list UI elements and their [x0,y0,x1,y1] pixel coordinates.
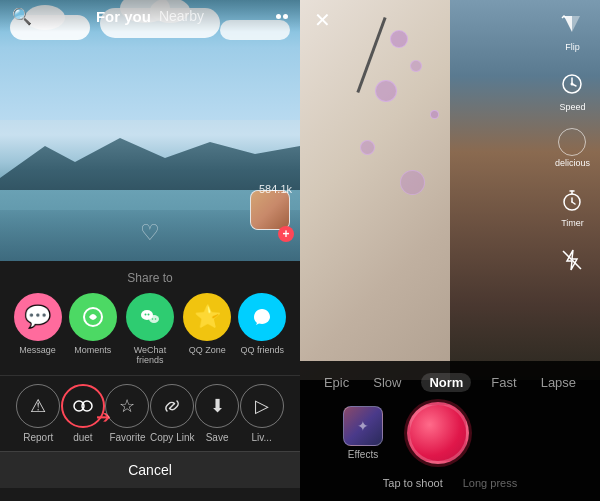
share-wechat[interactable]: WeChat friends [124,293,176,365]
share-moments[interactable]: Moments [69,293,117,365]
svg-point-4 [149,315,159,323]
beauty-label: delicious [555,158,590,168]
long-press-label: Long press [463,477,517,489]
speed-control[interactable]: Speed [556,68,588,112]
bottom-sheet: Share to 💬 Message Moments WeChat friend… [0,261,300,501]
copy-link-label: Copy Link [150,432,194,443]
share-qq-zone[interactable]: ⭐ QQ Zone [183,293,231,365]
action-save[interactable]: ⬇ Save [195,384,239,443]
svg-point-6 [155,318,157,320]
dot1 [276,14,281,19]
effects-thumbnail [343,406,383,446]
svg-point-3 [147,314,149,316]
live-icon: ▷ [240,384,284,428]
tab-for-you[interactable]: For you [96,8,151,25]
bubble5 [360,140,375,155]
header-dots [276,14,288,19]
timer-control[interactable]: Timer [556,184,588,228]
view-count: 584.1k [259,183,292,195]
copy-link-icon [150,384,194,428]
qq-friends-icon [238,293,286,341]
tap-to-shoot: Tap to shoot Long press [383,477,517,489]
flip-control[interactable]: Flip [556,8,588,52]
right-bottom: Epic Slow Norm Fast Lapse Effects Tap to… [300,361,600,501]
flash-control[interactable] [556,244,588,276]
beauty-avatar [558,128,586,156]
report-label: Report [23,432,53,443]
save-icon: ⬇ [195,384,239,428]
camera-preview-left [300,0,450,380]
favorite-icon: ☆ [105,384,149,428]
wechat-icon [126,293,174,341]
record-row: Effects [300,402,600,464]
left-panel: + ♡ 584.1k 🔍 For you Nearby Share to 💬 M… [0,0,300,501]
moments-icon [69,293,117,341]
bubble4 [430,110,439,119]
svg-point-10 [571,83,574,86]
message-label: Message [19,345,56,355]
qq-zone-label: QQ Zone [189,345,226,355]
timer-icon [556,184,588,216]
right-controls: Flip Speed delicious [555,8,590,276]
action-duet[interactable]: ➔ duet [61,384,105,443]
bubble2 [410,60,422,72]
favorite-label: Favorite [109,432,145,443]
report-icon: ⚠ [16,384,60,428]
record-button[interactable] [407,402,469,464]
tab-epic[interactable]: Epic [320,373,353,392]
action-favorite[interactable]: ☆ Favorite [105,384,149,443]
share-circles: 💬 Message Moments WeChat friends ⭐ QQ Zo… [0,293,300,365]
action-live[interactable]: ▷ Liv... [240,384,284,443]
tap-label: Tap to shoot [383,477,443,489]
duet-label: duet [73,432,92,443]
svg-point-2 [144,314,146,316]
live-label: Liv... [251,432,271,443]
plus-badge[interactable]: + [278,226,294,242]
speed-icon [556,68,588,100]
flip-icon [556,8,588,40]
heart-icon-overlay: ♡ [140,220,160,246]
left-header: 🔍 For you Nearby [0,0,300,32]
save-label: Save [206,432,229,443]
bubble3 [375,80,397,102]
share-to-label: Share to [0,261,300,293]
profile-overlay [250,190,290,230]
qq-zone-icon: ⭐ [183,293,231,341]
actions-row: ⚠ Report ➔ duet ☆ Favorite [0,375,300,451]
action-copy-link[interactable]: Copy Link [150,384,194,443]
flash-off-icon [556,244,588,276]
qq-friends-label: QQ friends [241,345,285,355]
cancel-button[interactable]: Cancel [0,451,300,488]
tab-nearby[interactable]: Nearby [159,8,204,24]
close-button[interactable]: ✕ [314,8,331,32]
timer-label: Timer [561,218,584,228]
effects-label: Effects [348,449,378,460]
right-panel: ✕ Flip Speed [300,0,600,501]
share-message[interactable]: 💬 Message [14,293,62,365]
video-area: + ♡ 584.1k [0,0,300,270]
bubble6 [400,170,425,195]
svg-point-5 [152,318,154,320]
tab-norm[interactable]: Norm [421,373,471,392]
dot2 [283,14,288,19]
effects-item[interactable]: Effects [343,406,383,460]
duet-icon: ➔ [61,384,105,428]
search-icon[interactable]: 🔍 [12,7,32,26]
beauty-control[interactable]: delicious [555,128,590,168]
action-report[interactable]: ⚠ Report [16,384,60,443]
flip-label: Flip [565,42,580,52]
wechat-label: WeChat friends [124,345,176,365]
moments-label: Moments [74,345,111,355]
tab-slow[interactable]: Slow [369,373,405,392]
speed-tabs: Epic Slow Norm Fast Lapse [300,361,600,402]
message-icon: 💬 [14,293,62,341]
tab-lapse[interactable]: Lapse [537,373,580,392]
tab-fast[interactable]: Fast [487,373,520,392]
speed-label: Speed [559,102,585,112]
share-qq-friends[interactable]: QQ friends [238,293,286,365]
header-tabs: For you Nearby [96,8,204,25]
